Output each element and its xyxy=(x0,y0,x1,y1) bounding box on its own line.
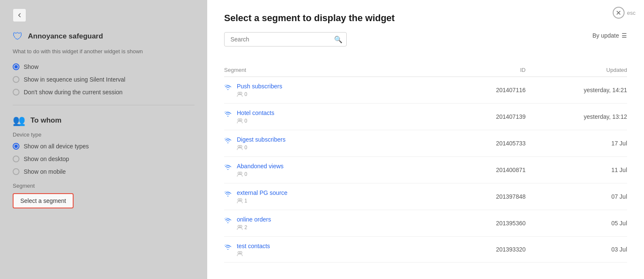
seg-name-group-2: Digest subscribers 0 xyxy=(237,136,285,150)
modal-overlay: ✕ esc Select a segment to display the wi… xyxy=(207,0,644,279)
select-segment-button[interactable]: Select a segment xyxy=(13,193,74,208)
seg-count-2: 0 xyxy=(237,145,285,150)
close-icon[interactable]: ✕ xyxy=(613,7,625,19)
seg-info-2: Digest subscribers 0 xyxy=(224,136,458,150)
annoyance-section-header: 🛡 Annoyance safeguard xyxy=(13,30,195,42)
radio-all-devices-circle xyxy=(13,143,19,150)
search-input[interactable] xyxy=(224,32,347,46)
seg-updated-0: yesterday, 14:21 xyxy=(543,87,627,93)
radio-mobile-label: Show on mobile xyxy=(24,168,66,175)
radio-all-devices-label: Show on all device types xyxy=(24,143,89,150)
modal-close-area[interactable]: ✕ esc xyxy=(613,7,636,19)
seg-count-5: 2 xyxy=(237,224,271,230)
table-row[interactable]: test contacts 201393320 03 Jul xyxy=(224,237,627,263)
seg-info-5: online orders 2 xyxy=(224,216,458,230)
seg-id-0: 201407116 xyxy=(458,87,543,93)
annoyance-title: Annoyance safeguard xyxy=(28,32,103,41)
esc-label: esc xyxy=(627,10,636,16)
segment-label: Segment xyxy=(13,183,195,189)
seg-id-6: 201393320 xyxy=(458,246,543,253)
seg-name-0: Push subscribers xyxy=(237,83,282,90)
seg-id-3: 201400871 xyxy=(458,167,543,173)
radio-dont-show[interactable]: Don't show during the current session xyxy=(13,89,195,96)
seg-updated-2: 17 Jul xyxy=(543,140,627,147)
table-row[interactable]: online orders 2 201395360 05 Jul xyxy=(224,210,627,237)
seg-name-group-4: external PG source 1 xyxy=(237,189,288,204)
seg-id-2: 201405733 xyxy=(458,140,543,147)
seg-info-3: Abandoned views 0 xyxy=(224,163,458,177)
seg-count-4: 1 xyxy=(237,198,288,204)
radio-sequence-circle xyxy=(13,76,19,83)
seg-name-group-0: Push subscribers 0 xyxy=(237,83,282,97)
to-whom-icon: 👥 xyxy=(13,115,25,126)
to-whom-header: 👥 To whom xyxy=(13,115,195,126)
table-row[interactable]: Abandoned views 0 201400871 11 Jul xyxy=(224,157,627,183)
radio-sequence[interactable]: Show in sequence using Silent Interval xyxy=(13,76,195,83)
radio-sequence-label: Show in sequence using Silent Interval xyxy=(24,76,125,83)
seg-name-group-3: Abandoned views 0 xyxy=(237,163,284,177)
seg-count-3: 0 xyxy=(237,171,284,177)
device-type-label: Device type xyxy=(13,131,195,138)
seg-name-group-1: Hotel contacts 0 xyxy=(237,109,274,124)
table-row[interactable]: Hotel contacts 0 201407139 yesterday, 13… xyxy=(224,104,627,130)
seg-name-group-5: online orders 2 xyxy=(237,216,271,230)
seg-id-4: 201397848 xyxy=(458,193,543,200)
seg-info-6: test contacts xyxy=(224,243,458,256)
seg-updated-3: 11 Jul xyxy=(543,167,627,173)
background-panel: 🛡 Annoyance safeguard What to do with th… xyxy=(0,0,207,279)
seg-name-2: Digest subscribers xyxy=(237,136,285,143)
segment-rows: Push subscribers 0 201407116 yesterday, … xyxy=(224,77,627,279)
segment-wifi-icon-4 xyxy=(224,190,232,199)
modal-content: Select a segment to display the widget 🔍… xyxy=(207,0,644,279)
col-updated-header: Updated xyxy=(543,67,627,73)
seg-updated-1: yesterday, 13:12 xyxy=(543,113,627,120)
device-options: Show on all device types Show on desktop… xyxy=(13,143,195,175)
radio-mobile-circle xyxy=(13,168,19,175)
radio-dont-show-circle xyxy=(13,89,19,96)
radio-show-circle xyxy=(13,63,19,70)
seg-updated-6: 03 Jul xyxy=(543,246,627,253)
seg-count-1: 0 xyxy=(237,118,274,124)
seg-name-group-6: test contacts xyxy=(237,243,270,256)
annoyance-options: Show Show in sequence using Silent Inter… xyxy=(13,63,195,96)
table-row[interactable]: Push subscribers 0 201407116 yesterday, … xyxy=(224,77,627,104)
radio-desktop[interactable]: Show on desktop xyxy=(13,156,195,162)
segment-wifi-icon-0 xyxy=(224,84,232,93)
sort-control[interactable]: By update ☰ xyxy=(592,32,627,39)
section-divider xyxy=(13,105,195,105)
search-sort-row: 🔍 By update ☰ xyxy=(224,32,627,55)
back-button[interactable] xyxy=(13,8,26,22)
annoyance-icon: 🛡 xyxy=(13,30,23,42)
seg-count-6 xyxy=(237,251,270,256)
seg-info-4: external PG source 1 xyxy=(224,189,458,204)
radio-mobile[interactable]: Show on mobile xyxy=(13,168,195,175)
segment-wifi-icon-5 xyxy=(224,217,232,226)
radio-desktop-circle xyxy=(13,156,19,162)
segment-wifi-icon-3 xyxy=(224,164,232,172)
annoyance-desc: What to do with this widget if another w… xyxy=(13,47,195,56)
table-header: Segment ID Updated xyxy=(224,63,627,77)
seg-id-5: 201395360 xyxy=(458,220,543,227)
to-whom-title: To whom xyxy=(30,116,61,125)
search-icon[interactable]: 🔍 xyxy=(334,36,343,44)
sort-icon: ☰ xyxy=(622,32,627,39)
col-id-header: ID xyxy=(458,67,543,73)
radio-all-devices[interactable]: Show on all device types xyxy=(13,143,195,150)
seg-name-5: online orders xyxy=(237,216,271,223)
radio-desktop-label: Show on desktop xyxy=(24,156,69,162)
seg-count-0: 0 xyxy=(237,91,282,97)
radio-show-label: Show xyxy=(24,63,38,70)
radio-dont-show-label: Don't show during the current session xyxy=(24,89,123,96)
seg-updated-4: 07 Jul xyxy=(543,193,627,200)
modal-title: Select a segment to display the widget xyxy=(224,13,627,24)
segment-wifi-icon-1 xyxy=(224,110,232,119)
table-row[interactable]: Digest subscribers 0 201405733 17 Jul xyxy=(224,130,627,157)
table-row[interactable]: external PG source 1 201397848 07 Jul xyxy=(224,183,627,210)
seg-id-1: 201407139 xyxy=(458,113,543,120)
seg-name-6: test contacts xyxy=(237,243,270,249)
radio-show[interactable]: Show xyxy=(13,63,195,70)
search-bar: 🔍 xyxy=(224,32,347,46)
seg-info-0: Push subscribers 0 xyxy=(224,83,458,97)
seg-updated-5: 05 Jul xyxy=(543,220,627,227)
seg-name-3: Abandoned views xyxy=(237,163,284,170)
